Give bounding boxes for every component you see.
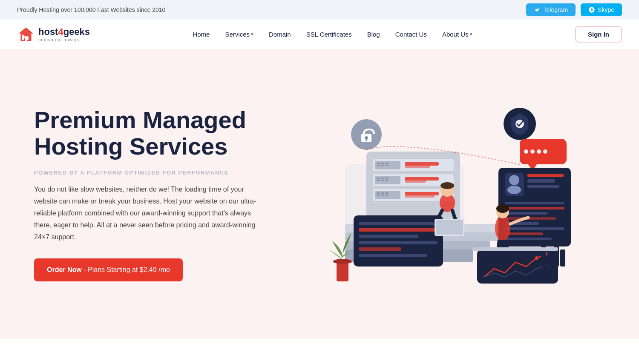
svg-rect-4 bbox=[24, 36, 27, 37]
svg-rect-12 bbox=[405, 166, 430, 168]
telegram-button[interactable]: Telegram bbox=[526, 3, 576, 16]
hero-title: Premium Managed Hosting Services bbox=[34, 107, 281, 159]
svg-rect-81 bbox=[554, 243, 559, 267]
navbar: host4geeks innovating always Home Servic… bbox=[0, 20, 639, 49]
skype-icon bbox=[588, 6, 595, 13]
svg-rect-77 bbox=[359, 247, 401, 251]
svg-rect-19 bbox=[377, 165, 380, 166]
svg-rect-22 bbox=[385, 163, 389, 164]
svg-rect-74 bbox=[359, 228, 438, 232]
svg-rect-21 bbox=[381, 165, 384, 166]
svg-rect-16 bbox=[405, 195, 435, 198]
svg-rect-30 bbox=[385, 180, 389, 181]
nav-services[interactable]: Services ▾ bbox=[219, 27, 259, 41]
announcement: Proudly Hosting over 100,000 Fast Websit… bbox=[17, 6, 165, 13]
telegram-label: Telegram bbox=[543, 6, 568, 13]
about-chevron-icon: ▾ bbox=[470, 32, 472, 37]
nav-domain[interactable]: Domain bbox=[263, 27, 297, 41]
svg-point-57 bbox=[507, 186, 521, 194]
order-bold-text: Order Now bbox=[47, 266, 82, 273]
svg-rect-29 bbox=[385, 178, 389, 179]
svg-rect-36 bbox=[385, 192, 389, 194]
svg-rect-64 bbox=[505, 217, 556, 220]
svg-rect-37 bbox=[385, 195, 389, 196]
hero-illustration bbox=[311, 96, 575, 292]
svg-rect-76 bbox=[359, 241, 438, 244]
svg-rect-79 bbox=[541, 241, 546, 267]
svg-rect-63 bbox=[505, 212, 547, 215]
svg-rect-15 bbox=[405, 192, 439, 195]
svg-rect-87 bbox=[436, 220, 463, 235]
svg-point-88 bbox=[495, 215, 510, 241]
logo[interactable]: host4geeks innovating always bbox=[17, 26, 90, 43]
nav-contact[interactable]: Contact Us bbox=[389, 27, 433, 41]
svg-rect-5 bbox=[27, 36, 29, 40]
hero-description: You do not like slow websites, neither d… bbox=[34, 183, 264, 243]
svg-rect-20 bbox=[381, 163, 384, 164]
sign-in-button[interactable]: Sign In bbox=[575, 26, 622, 43]
top-bar: Proudly Hosting over 100,000 Fast Websit… bbox=[0, 0, 639, 20]
skype-label: Skype bbox=[598, 6, 614, 13]
svg-point-90 bbox=[496, 204, 509, 213]
svg-rect-45 bbox=[366, 138, 367, 141]
svg-point-49 bbox=[524, 149, 528, 154]
nav-about[interactable]: About Us ▾ bbox=[436, 27, 478, 41]
svg-rect-91 bbox=[473, 247, 558, 251]
skype-button[interactable]: Skype bbox=[581, 3, 622, 16]
services-chevron-icon: ▾ bbox=[251, 32, 253, 37]
svg-rect-13 bbox=[405, 177, 439, 181]
svg-rect-14 bbox=[405, 181, 426, 183]
order-rest-text: - Plans Starting at $2.49 /mo bbox=[82, 266, 170, 273]
svg-rect-34 bbox=[381, 192, 384, 194]
svg-rect-35 bbox=[381, 195, 384, 196]
logo-sub: innovating always bbox=[38, 37, 90, 42]
svg-rect-66 bbox=[505, 227, 564, 230]
svg-point-52 bbox=[543, 149, 547, 154]
svg-rect-68 bbox=[505, 238, 552, 240]
svg-rect-33 bbox=[377, 195, 380, 196]
svg-point-85 bbox=[440, 182, 454, 189]
svg-rect-82 bbox=[560, 249, 565, 267]
logo-text: host4geeks bbox=[38, 26, 90, 37]
telegram-icon bbox=[534, 6, 541, 13]
svg-point-51 bbox=[537, 149, 541, 154]
svg-rect-78 bbox=[359, 254, 427, 257]
svg-rect-25 bbox=[377, 178, 380, 179]
svg-rect-75 bbox=[359, 235, 418, 238]
logo-icon bbox=[17, 26, 35, 43]
svg-rect-58 bbox=[527, 174, 564, 177]
nav-ssl[interactable]: SSL Certificates bbox=[300, 27, 358, 41]
svg-rect-32 bbox=[377, 192, 380, 194]
svg-rect-18 bbox=[377, 163, 380, 164]
svg-rect-26 bbox=[377, 180, 380, 181]
nav-home[interactable]: Home bbox=[187, 27, 216, 41]
hero-illustration-area bbox=[281, 92, 605, 296]
svg-rect-3 bbox=[22, 34, 24, 37]
order-now-button[interactable]: Order Now - Plans Starting at $2.49 /mo bbox=[34, 258, 183, 281]
svg-rect-28 bbox=[381, 180, 384, 181]
svg-rect-59 bbox=[527, 179, 555, 183]
hero-content: Premium Managed Hosting Services POWERED… bbox=[34, 107, 281, 281]
svg-rect-23 bbox=[385, 165, 389, 166]
nav-links: Home Services ▾ Domain SSL Certificates … bbox=[187, 27, 478, 41]
nav-blog[interactable]: Blog bbox=[361, 27, 386, 41]
hero-subtitle: POWERED BY A PLATFORM OPTIMIZED FOR PERF… bbox=[34, 169, 281, 176]
svg-rect-61 bbox=[505, 202, 564, 204]
svg-rect-67 bbox=[505, 232, 543, 235]
svg-point-50 bbox=[530, 149, 535, 154]
svg-rect-92 bbox=[337, 262, 348, 281]
svg-rect-60 bbox=[527, 185, 559, 188]
svg-rect-73 bbox=[359, 222, 438, 225]
svg-point-56 bbox=[509, 175, 519, 185]
svg-rect-62 bbox=[505, 207, 564, 209]
svg-marker-1 bbox=[19, 27, 33, 41]
svg-rect-11 bbox=[405, 162, 439, 166]
top-bar-actions: Telegram Skype bbox=[526, 3, 622, 16]
hero-section: Premium Managed Hosting Services POWERED… bbox=[0, 49, 639, 339]
svg-point-70 bbox=[535, 256, 538, 260]
svg-rect-27 bbox=[381, 178, 384, 179]
